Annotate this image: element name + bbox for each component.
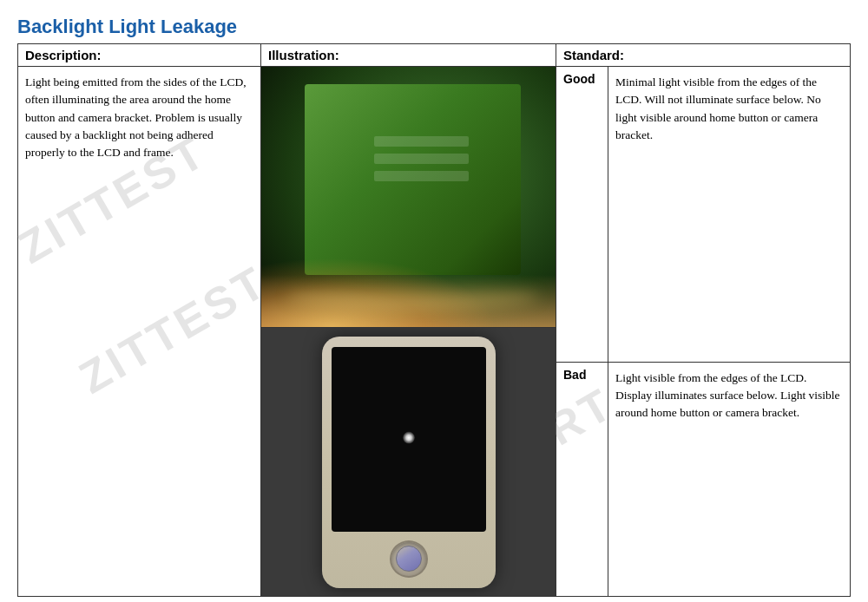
bad-text-cell: Light visible from the edges of the LCD.… (608, 362, 851, 596)
good-label: Good (563, 72, 595, 86)
bad-standard-text: Light visible from the edges of the LCD.… (615, 370, 843, 422)
main-content-row: Light being emitted from the sides of th… (18, 67, 851, 363)
phone-glow-sim (261, 67, 556, 327)
table-header-row: Description: Illustration: Standard: (18, 44, 851, 67)
header-illustration: Illustration: (261, 44, 556, 67)
description-cell: Light being emitted from the sides of th… (18, 67, 261, 597)
good-label-cell: Good (556, 67, 608, 363)
good-standard-text: Minimal light visible from the edges of … (615, 74, 843, 144)
light-dot (403, 432, 415, 444)
home-button-inner (396, 546, 422, 572)
main-table: Description: Illustration: Standard: Lig… (17, 43, 851, 597)
bad-label-cell: Bad (556, 362, 608, 596)
home-button (390, 540, 428, 578)
screen-line-3 (374, 171, 469, 181)
phone-body (322, 337, 496, 588)
phone-screen (305, 84, 521, 275)
edge-glow (261, 258, 496, 327)
illustration-top-image (261, 67, 556, 327)
illustration-top-cell (261, 67, 556, 597)
header-standard: Standard: (556, 44, 851, 67)
good-text-cell: Minimal light visible from the edges of … (608, 67, 851, 363)
page-title: Backlight Light Leakage (17, 16, 851, 38)
header-description: Description: (18, 44, 261, 67)
screen-line-2 (374, 154, 469, 164)
description-text: Light being emitted from the sides of th… (25, 74, 253, 161)
screen-lines (374, 136, 469, 206)
illustration-bottom-image (261, 327, 556, 596)
bad-label: Bad (563, 368, 586, 382)
screen-line-1 (374, 136, 469, 147)
phone-bottom-sim (261, 328, 556, 596)
page-container: ZITTEST ZITTEST RT Backlight Light Leaka… (0, 0, 868, 602)
phone-screen-dark (332, 347, 486, 532)
